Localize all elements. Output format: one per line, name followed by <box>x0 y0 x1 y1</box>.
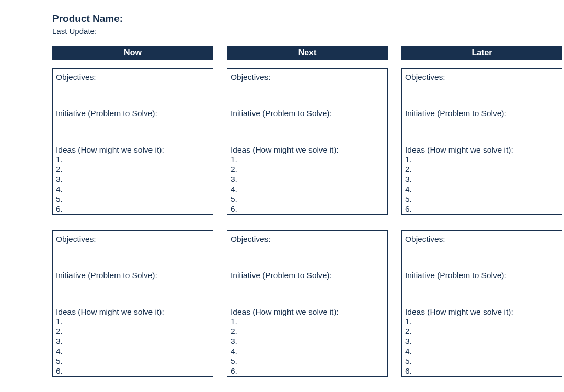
column-header-now: Now <box>52 46 213 60</box>
initiative-label: Initiative (Problem to Solve): <box>405 108 559 118</box>
ideas-label: Ideas (How might we solve it): <box>231 145 384 155</box>
card-next-1: Objectives: Initiative (Problem to Solve… <box>227 68 388 215</box>
column-now: Now Objectives: Initiative (Problem to S… <box>52 46 213 392</box>
roadmap-columns: Now Objectives: Initiative (Problem to S… <box>52 46 564 392</box>
idea-number: 4. <box>405 347 559 356</box>
ideas-label: Ideas (How might we solve it): <box>405 307 559 317</box>
ideas-list: 1. 2. 3. 4. 5. 6. <box>56 155 210 214</box>
last-update-label: Last Update: <box>52 27 564 36</box>
objectives-label: Objectives: <box>405 234 559 244</box>
objectives-label: Objectives: <box>231 72 384 82</box>
column-later: Later Objectives: Initiative (Problem to… <box>401 46 562 392</box>
idea-number: 3. <box>231 337 384 347</box>
idea-number: 6. <box>405 204 559 214</box>
idea-number: 2. <box>405 327 559 337</box>
idea-number: 6. <box>405 366 559 376</box>
idea-number: 2. <box>56 165 210 175</box>
idea-number: 1. <box>231 155 384 165</box>
idea-number: 3. <box>405 175 559 185</box>
idea-number: 3. <box>231 175 384 185</box>
idea-number: 3. <box>405 337 559 347</box>
idea-number: 2. <box>56 327 210 337</box>
card-later-2: Objectives: Initiative (Problem to Solve… <box>401 230 562 377</box>
idea-number: 6. <box>56 366 210 376</box>
column-header-later: Later <box>401 46 562 60</box>
initiative-label: Initiative (Problem to Solve): <box>56 108 210 118</box>
objectives-label: Objectives: <box>56 234 210 244</box>
idea-number: 5. <box>56 356 210 366</box>
objectives-label: Objectives: <box>56 72 210 82</box>
idea-number: 3. <box>56 175 210 185</box>
initiative-label: Initiative (Problem to Solve): <box>231 108 384 118</box>
idea-number: 5. <box>56 194 210 204</box>
column-header-next: Next <box>227 46 388 60</box>
idea-number: 1. <box>405 317 559 327</box>
product-name-label: Product Name: <box>52 13 564 25</box>
ideas-list: 1. 2. 3. 4. 5. 6. <box>56 317 210 376</box>
idea-number: 2. <box>231 165 384 175</box>
idea-number: 5. <box>405 356 559 366</box>
initiative-label: Initiative (Problem to Solve): <box>56 270 210 280</box>
idea-number: 1. <box>405 155 559 165</box>
idea-number: 1. <box>231 317 384 327</box>
idea-number: 3. <box>56 337 210 347</box>
idea-number: 2. <box>231 327 384 337</box>
idea-number: 5. <box>231 356 384 366</box>
idea-number: 1. <box>56 317 210 327</box>
column-next: Next Objectives: Initiative (Problem to … <box>227 46 388 392</box>
idea-number: 4. <box>405 185 559 194</box>
card-next-2: Objectives: Initiative (Problem to Solve… <box>227 230 388 377</box>
initiative-label: Initiative (Problem to Solve): <box>231 270 384 280</box>
idea-number: 4. <box>56 347 210 356</box>
card-now-2: Objectives: Initiative (Problem to Solve… <box>52 230 213 377</box>
idea-number: 4. <box>231 185 384 194</box>
idea-number: 5. <box>405 194 559 204</box>
objectives-label: Objectives: <box>405 72 559 82</box>
idea-number: 4. <box>56 185 210 194</box>
ideas-list: 1. 2. 3. 4. 5. 6. <box>231 155 384 214</box>
card-now-1: Objectives: Initiative (Problem to Solve… <box>52 68 213 215</box>
idea-number: 5. <box>231 194 384 204</box>
ideas-label: Ideas (How might we solve it): <box>231 307 384 317</box>
ideas-label: Ideas (How might we solve it): <box>56 307 210 317</box>
header: Product Name: Last Update: <box>52 13 564 36</box>
ideas-list: 1. 2. 3. 4. 5. 6. <box>405 155 559 214</box>
ideas-list: 1. 2. 3. 4. 5. 6. <box>231 317 384 376</box>
ideas-label: Ideas (How might we solve it): <box>405 145 559 155</box>
ideas-label: Ideas (How might we solve it): <box>56 145 210 155</box>
idea-number: 2. <box>405 165 559 175</box>
card-later-1: Objectives: Initiative (Problem to Solve… <box>401 68 562 215</box>
ideas-list: 1. 2. 3. 4. 5. 6. <box>405 317 559 376</box>
objectives-label: Objectives: <box>231 234 384 244</box>
idea-number: 4. <box>231 347 384 356</box>
idea-number: 6. <box>231 204 384 214</box>
idea-number: 6. <box>56 204 210 214</box>
idea-number: 1. <box>56 155 210 165</box>
idea-number: 6. <box>231 366 384 376</box>
initiative-label: Initiative (Problem to Solve): <box>405 270 559 280</box>
